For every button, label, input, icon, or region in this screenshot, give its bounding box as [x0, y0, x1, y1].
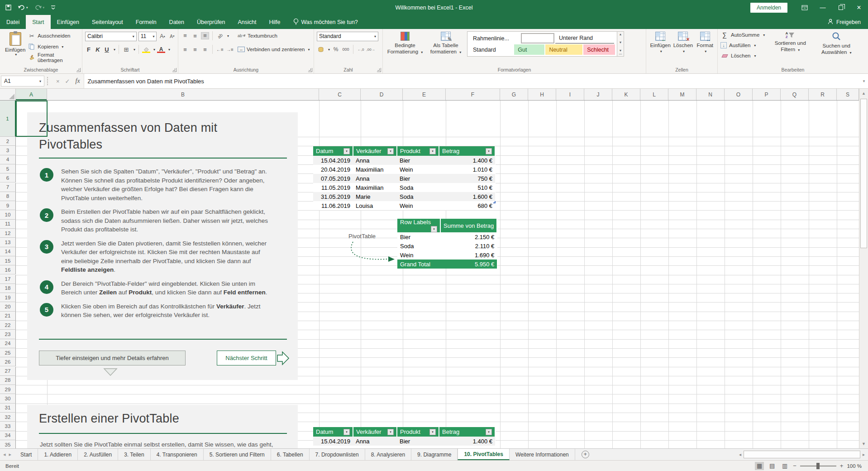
row-header-28[interactable]: 28: [0, 376, 16, 385]
cell-style-Rahmenlinie...[interactable]: Rahmenlinie...: [469, 33, 520, 43]
redo-dropdown-icon[interactable]: ▾: [43, 6, 45, 10]
sheet-nav-right-icon[interactable]: ▸: [9, 449, 15, 460]
row-header-20[interactable]: 20: [0, 302, 16, 311]
undo-icon[interactable]: ▾: [18, 5, 28, 10]
sheet-tab-5-sortieren-und-filtern[interactable]: 5. Sortieren und Filtern: [204, 449, 271, 460]
column-betrag[interactable]: Betrag▾: [439, 427, 495, 437]
page-layout-view-icon[interactable]: ▤: [768, 462, 777, 470]
sheet-tab-9-diagramme[interactable]: 9. Diagramme: [411, 449, 458, 460]
scroll-up-icon[interactable]: ▲: [859, 89, 868, 98]
copy-button[interactable]: Kopieren▾: [28, 41, 80, 52]
column-datum[interactable]: Datum▾: [313, 427, 353, 437]
cell-style-Unterer Rand[interactable]: Unterer Rand: [555, 33, 614, 43]
column-header-F[interactable]: F: [446, 89, 500, 100]
align-bottom-icon[interactable]: ≡: [201, 32, 209, 39]
column-header-B[interactable]: B: [47, 89, 319, 100]
cell-style-blank[interactable]: [521, 33, 554, 43]
gallery-more-icon[interactable]: ▼—: [619, 49, 622, 55]
font-color-icon[interactable]: A: [157, 46, 165, 53]
formula-input[interactable]: Zusammenfassen von Daten mit PivotTables: [84, 74, 860, 88]
cell-style-standard[interactable]: Standard: [469, 44, 513, 55]
ribbon-tab-daten[interactable]: Daten: [163, 15, 191, 29]
sheet-nav-left-icon[interactable]: ◂: [0, 449, 9, 460]
normal-view-icon[interactable]: ▦: [755, 462, 764, 470]
vertical-scrollbar-thumb[interactable]: [860, 99, 867, 248]
page-break-view-icon[interactable]: ▥: [780, 462, 789, 470]
column-header-P[interactable]: P: [753, 89, 781, 100]
row-header-21[interactable]: 21: [0, 312, 16, 321]
row-header-6[interactable]: 6: [0, 173, 16, 183]
column-header-Q[interactable]: Q: [781, 89, 809, 100]
paste-dropdown-icon[interactable]: ▾: [15, 53, 17, 57]
filter-dropdown-icon[interactable]: ▾: [343, 148, 350, 154]
accounting-format-icon[interactable]: [317, 46, 325, 53]
filter-dropdown-icon[interactable]: ▾: [486, 429, 492, 435]
ribbon-tab-einfügen[interactable]: Einfügen: [51, 15, 86, 29]
fill-button[interactable]: ↓Ausfüllen▾: [720, 41, 765, 50]
undo-dropdown-icon[interactable]: ▾: [26, 6, 28, 10]
ribbon-tab-start[interactable]: Start: [26, 15, 50, 29]
filter-dropdown-icon[interactable]: ▾: [431, 226, 437, 232]
cell[interactable]: Marie: [353, 192, 397, 201]
cell[interactable]: Bier: [397, 437, 439, 446]
column-header-O[interactable]: O: [725, 89, 753, 100]
row-header-14[interactable]: 14: [0, 247, 16, 256]
format-painter-button[interactable]: Format übertragen: [28, 52, 80, 63]
hscroll-right-icon[interactable]: ▸: [861, 452, 866, 457]
ribbon-tab-überprüfen[interactable]: Überprüfen: [191, 15, 232, 29]
cell-style-neutral[interactable]: Neutral: [545, 44, 582, 55]
delete-cells-button[interactable]: × Löschen▾: [672, 30, 694, 55]
find-select-button[interactable]: Suchen und Auswählen ▾: [816, 30, 857, 60]
enter-icon[interactable]: ✓: [65, 78, 70, 85]
gallery-scrollbar[interactable]: ▲ ▼ ▼—: [617, 31, 624, 57]
underline-button[interactable]: U: [103, 46, 110, 53]
cell[interactable]: Bier: [397, 174, 439, 183]
comma-style-icon[interactable]: 000: [342, 46, 350, 53]
formula-bar-drag-handle[interactable]: [47, 77, 50, 85]
sheet-tab-4-transponieren[interactable]: 4. Transponieren: [151, 449, 204, 460]
row-header-8[interactable]: 8: [0, 192, 16, 201]
insert-function-icon[interactable]: fx: [76, 77, 80, 85]
row-header-31[interactable]: 31: [0, 404, 16, 413]
cell[interactable]: 15.04.2019: [313, 437, 353, 446]
column-header-C[interactable]: C: [319, 89, 361, 100]
row-header-3[interactable]: 3: [0, 146, 16, 155]
column-verkäufer[interactable]: Verkäufer▾: [353, 427, 397, 437]
gallery-down-icon[interactable]: ▼: [619, 41, 622, 44]
number-dialog-launcher-icon[interactable]: [377, 68, 381, 72]
paste-button[interactable]: Einfügen ▾: [3, 30, 28, 63]
row-header-13[interactable]: 13: [0, 238, 16, 247]
column-header-E[interactable]: E: [403, 89, 446, 100]
cell[interactable]: Maximilian: [353, 183, 397, 192]
cell[interactable]: Bier: [397, 156, 439, 165]
cut-button[interactable]: ✂Ausschneiden: [28, 30, 80, 41]
shrink-font-icon[interactable]: A▾: [168, 33, 176, 40]
cell[interactable]: 11.06.2019: [313, 201, 353, 210]
row-header-1[interactable]: 1: [0, 101, 16, 137]
column-header-A[interactable]: A: [16, 89, 47, 100]
conditional-formatting-button[interactable]: Bedingte Formatierung ▾: [386, 30, 424, 56]
cell-style-gut[interactable]: Gut: [514, 44, 544, 55]
row-header-17[interactable]: 17: [0, 275, 16, 284]
cell[interactable]: 31.05.2019: [313, 192, 353, 201]
merge-center-button[interactable]: ↔Verbinden und zentrieren▾: [238, 44, 310, 55]
next-step-button[interactable]: Nächster Schritt: [217, 351, 276, 365]
row-header-2[interactable]: 2: [0, 137, 16, 146]
orientation-icon[interactable]: ab: [215, 30, 225, 41]
increase-indent-icon[interactable]: →≡: [226, 46, 234, 53]
sheet-tab-10-pivottables[interactable]: 10. PivotTables: [458, 449, 509, 460]
row-header-10[interactable]: 10: [0, 210, 16, 219]
close-button[interactable]: ×: [850, 0, 868, 15]
percent-style-icon[interactable]: %: [332, 46, 340, 53]
row-header-15[interactable]: 15: [0, 256, 16, 265]
filter-dropdown-icon[interactable]: ▾: [429, 148, 436, 154]
cell[interactable]: 680 €: [439, 201, 495, 210]
total-cell[interactable]: Grand Total: [397, 260, 440, 269]
align-left-icon[interactable]: ≡: [181, 46, 189, 53]
sheet-tab-weitere-informationen[interactable]: Weitere Informationen: [510, 449, 575, 460]
horizontal-scrollbar-thumb[interactable]: [744, 451, 860, 458]
cell[interactable]: Bier: [397, 232, 440, 241]
column-header-M[interactable]: M: [668, 89, 696, 100]
font-dialog-launcher-icon[interactable]: [172, 68, 176, 72]
cell[interactable]: 1.600 €: [439, 192, 495, 201]
